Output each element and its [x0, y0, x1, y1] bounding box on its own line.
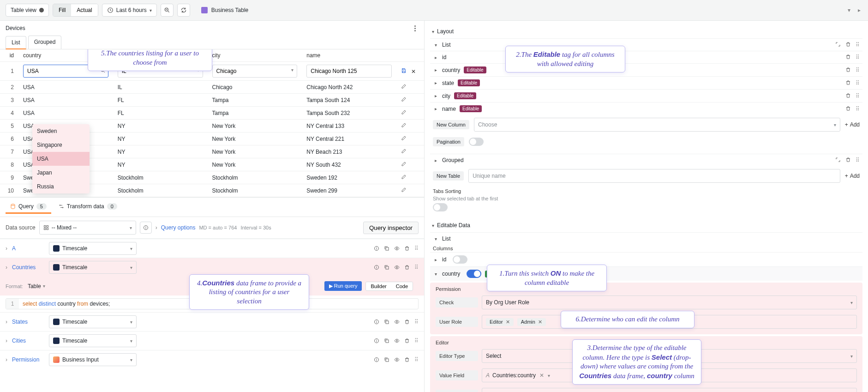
eye-icon[interactable]: [394, 357, 400, 362]
cancel-icon[interactable]: ✕: [411, 68, 416, 75]
expand-icon[interactable]: [835, 42, 841, 47]
duplicate-icon[interactable]: [384, 319, 389, 325]
col-city[interactable]: city: [208, 49, 302, 62]
editable-list-row[interactable]: ▾ List: [430, 232, 862, 245]
eye-icon[interactable]: [394, 319, 400, 325]
query-datasource-select[interactable]: Timescale ▾: [49, 261, 137, 274]
edit-icon[interactable]: [401, 96, 407, 102]
chevron-right-icon[interactable]: ›: [6, 356, 7, 363]
duplicate-icon[interactable]: [384, 338, 389, 344]
drag-icon[interactable]: ⠿: [856, 93, 860, 99]
chevron-right-icon[interactable]: ›: [6, 264, 7, 271]
city-input[interactable]: [212, 65, 298, 78]
builder-button[interactable]: Builder: [366, 282, 391, 290]
check-select[interactable]: By Org User Role ▾: [482, 296, 857, 309]
layout-col-country[interactable]: ▸ country Editable ⠿: [430, 63, 862, 76]
info-icon[interactable]: [374, 319, 379, 325]
refresh-button[interactable]: [177, 4, 190, 17]
query-name[interactable]: A: [12, 245, 44, 252]
drag-icon[interactable]: ⠿: [414, 245, 419, 252]
expand-icon[interactable]: [835, 157, 841, 163]
drag-icon[interactable]: ⠿: [414, 319, 419, 325]
trash-icon[interactable]: [404, 357, 410, 362]
query-name[interactable]: Cities: [12, 338, 44, 344]
duplicate-icon[interactable]: [384, 246, 389, 251]
col-name[interactable]: name: [302, 49, 396, 62]
tableview-pill[interactable]: Table view: [6, 4, 49, 17]
edit-icon[interactable]: [401, 135, 407, 141]
dropdown-option[interactable]: Russia: [32, 180, 90, 193]
add-column-button[interactable]: +Add: [845, 121, 860, 128]
country-dropdown[interactable]: SwedenSingaporeUSAJapanRussia: [32, 124, 90, 193]
pagination-toggle[interactable]: [469, 138, 484, 146]
trash-icon[interactable]: [845, 54, 851, 60]
layout-col-state[interactable]: ▸ state Editable ⠿: [430, 76, 862, 89]
query-inspector-button[interactable]: Query inspector: [363, 222, 419, 234]
datasource-help-button[interactable]: [140, 222, 152, 234]
edit-icon[interactable]: [401, 84, 407, 89]
layout-list-row[interactable]: ▾ List ⠿: [430, 38, 862, 51]
query-name[interactable]: States: [12, 319, 44, 325]
trash-icon[interactable]: [404, 319, 410, 325]
run-query-button[interactable]: ▶ Run query: [324, 281, 362, 291]
query-options-link[interactable]: Query options: [161, 224, 196, 231]
trash-icon[interactable]: [845, 157, 851, 163]
drag-icon[interactable]: ⠿: [856, 80, 860, 86]
dropdown-option[interactable]: Singapore: [32, 138, 90, 152]
eye-icon[interactable]: [394, 246, 400, 251]
save-icon[interactable]: [401, 68, 407, 73]
fill-button[interactable]: Fill: [53, 4, 71, 16]
layout-col-id[interactable]: ▸ id ⠿: [430, 51, 862, 63]
tab-transform[interactable]: Transform data 0: [54, 200, 122, 214]
section-editable-data[interactable]: ▾ Editable Data: [430, 218, 862, 232]
query-datasource-select[interactable]: Timescale ▾: [49, 242, 137, 255]
query-name[interactable]: Permission: [12, 356, 44, 363]
trash-icon[interactable]: [845, 80, 851, 85]
actual-button[interactable]: Actual: [71, 4, 97, 16]
trash-icon[interactable]: [404, 265, 410, 270]
info-icon[interactable]: [374, 265, 379, 270]
col-id[interactable]: id: [0, 49, 18, 62]
eye-icon[interactable]: [394, 338, 400, 344]
query-datasource-select[interactable]: Business Input ▾: [49, 353, 137, 366]
trash-icon[interactable]: [845, 67, 851, 72]
info-icon[interactable]: [374, 338, 379, 344]
edit-icon[interactable]: [401, 148, 407, 154]
chevron-right-icon[interactable]: ›: [6, 245, 7, 252]
clear-icon[interactable]: ✕: [539, 372, 544, 379]
dropdown-option[interactable]: Japan: [32, 166, 90, 180]
trash-icon[interactable]: [404, 246, 410, 251]
tab-grouped[interactable]: Grouped: [28, 36, 62, 49]
query-datasource-select[interactable]: Timescale ▾: [49, 315, 137, 328]
label-field-select[interactable]: Choose ▾: [482, 388, 857, 392]
layout-grouped-row[interactable]: ▸ Grouped ⠿: [430, 154, 862, 166]
drag-icon[interactable]: ⠿: [856, 54, 860, 60]
trash-icon[interactable]: [404, 338, 410, 344]
country-editable-toggle[interactable]: [467, 270, 481, 278]
dropdown-option[interactable]: Sweden: [32, 124, 90, 138]
layout-col-name[interactable]: ▸ name Editable ⠿: [430, 102, 862, 115]
drag-icon[interactable]: ⠿: [856, 106, 860, 112]
zoom-out-button[interactable]: [161, 4, 174, 17]
section-layout[interactable]: ▾ Layout: [430, 24, 862, 38]
drag-icon[interactable]: ⠿: [414, 338, 419, 344]
info-icon[interactable]: [374, 357, 379, 362]
query-datasource-select[interactable]: Timescale ▾: [49, 334, 137, 347]
chevron-right-icon[interactable]: ▸: [856, 7, 862, 13]
trash-icon[interactable]: [845, 106, 851, 111]
remove-icon[interactable]: ✕: [506, 319, 510, 325]
datasource-select[interactable]: -- Mixed -- ▾: [39, 221, 136, 235]
panel-menu-button[interactable]: [411, 24, 419, 32]
timerange-picker[interactable]: Last 6 hours ▾: [102, 4, 157, 17]
drag-icon[interactable]: ⠿: [856, 67, 860, 73]
edit-icon[interactable]: [401, 122, 407, 128]
duplicate-icon[interactable]: [384, 357, 389, 362]
eye-icon[interactable]: [394, 265, 400, 270]
code-button[interactable]: Code: [391, 282, 413, 290]
chevron-right-icon[interactable]: ›: [6, 338, 7, 344]
edit-icon[interactable]: [401, 109, 407, 115]
drag-icon[interactable]: ⠿: [414, 356, 419, 363]
trash-icon[interactable]: [845, 42, 851, 47]
tab-query[interactable]: Query 5: [6, 200, 51, 214]
new-column-select[interactable]: Choose ▾: [474, 118, 840, 132]
